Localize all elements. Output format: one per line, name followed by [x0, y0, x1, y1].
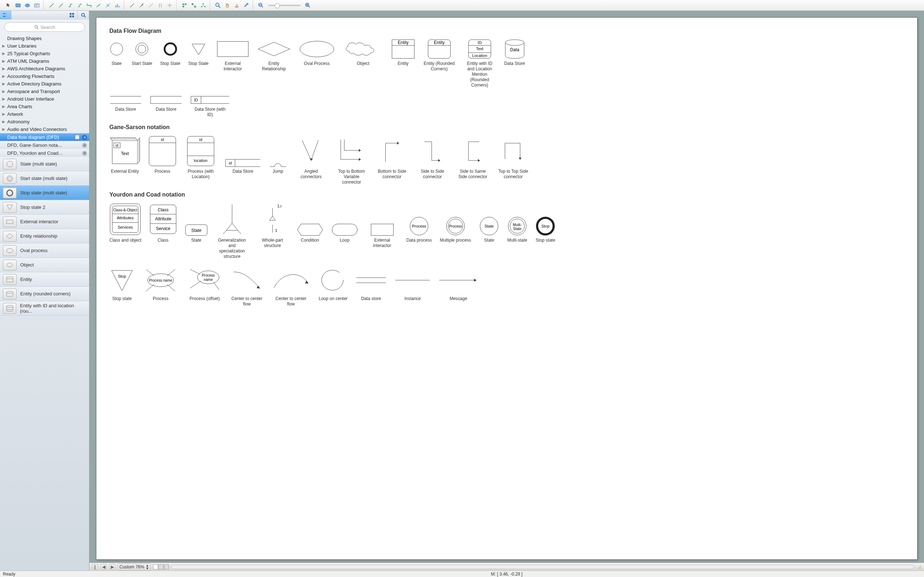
arrow-5[interactable]	[165, 2, 174, 10]
category-item[interactable]: ▶ATM UML Diagrams	[0, 57, 89, 65]
category-item[interactable]: ▶AWS Architecture Diagrams	[0, 65, 89, 73]
zoom-in-icon[interactable]	[304, 2, 312, 10]
stencil-entity-rounded[interactable]: EntityEntity (Rounded Corners)	[423, 39, 456, 72]
line-tool[interactable]	[47, 2, 56, 10]
arrow-3[interactable]	[147, 2, 155, 10]
connector-2[interactable]	[66, 2, 75, 10]
palette-item[interactable]: Start state (multi state)	[0, 171, 89, 186]
stencil-ds-id[interactable]: IDData Store (with ID)	[190, 95, 230, 118]
hand-tool[interactable]	[223, 2, 232, 10]
zoom-tool[interactable]	[214, 2, 222, 10]
stencil-yc-state[interactable]: StateState	[185, 202, 208, 243]
pointer-tool[interactable]	[4, 2, 13, 10]
page-prev[interactable]: ◀	[100, 564, 107, 570]
stamp-tool[interactable]	[233, 2, 241, 10]
stencil-yc-procoff[interactable]: ProcessnameProcess (offset)	[187, 266, 223, 301]
stencil-ds-open[interactable]: Data Store	[109, 95, 142, 112]
stencil-yc-proc[interactable]: Process nameProcess	[142, 266, 179, 301]
stencil-gs-sss[interactable]: Side to Same Side connector	[457, 135, 489, 180]
eyedropper-tool[interactable]	[242, 2, 250, 10]
stencil-yc-message[interactable]: Message	[439, 266, 478, 301]
category-item[interactable]: ▶User Libraries	[0, 42, 89, 50]
palette-item[interactable]: External interactor	[0, 214, 89, 229]
connector-3[interactable]	[76, 2, 84, 10]
drawing-page[interactable]: Data Flow Diagram State Start State Stop…	[96, 17, 918, 560]
arrow-1[interactable]	[128, 2, 136, 10]
text-tool[interactable]	[32, 2, 41, 10]
zoom-dropdown[interactable]: Custom 76%▲▼	[118, 563, 151, 571]
stencil-yc-state2[interactable]: StateState	[479, 202, 499, 243]
stencil-entity[interactable]: EntityEntity	[391, 39, 415, 66]
stencil-yc-mp[interactable]: ProcessMultiple process	[439, 202, 471, 243]
stencil-gs-jump[interactable]: Jump	[269, 135, 287, 174]
stencil-yc-instance[interactable]: Instance	[394, 266, 431, 301]
arrow-4[interactable]	[156, 2, 165, 10]
search-toggle-icon[interactable]	[78, 11, 89, 19]
stencil-yc-ds2[interactable]: Data store	[355, 266, 386, 301]
library-tab-selected[interactable]: Data flow diagram (DFD) ✕	[0, 133, 89, 141]
stencil-data-store-cyl[interactable]: DataData Store	[504, 39, 525, 66]
palette-item[interactable]: Entity (rounded corners)	[0, 287, 89, 301]
stencil-yc-wp[interactable]: 1,m1Whole-part structure	[256, 202, 289, 248]
stencil-yc-co[interactable]: Class-&-ObjectAttributesServicesClass an…	[109, 202, 142, 243]
palette-item[interactable]: Stop state 2	[0, 200, 89, 214]
view-mode-toggles[interactable]	[153, 564, 169, 569]
stencil-gs-angled[interactable]: Angled connectors	[295, 135, 327, 180]
page-prev-end[interactable]: ‖	[92, 564, 98, 570]
palette-item[interactable]: State (multi state)	[0, 157, 89, 171]
stencil-oval-process[interactable]: Oval Process	[299, 39, 335, 66]
stencil-gs-tb[interactable]: Top to Bottom Variable connector	[335, 135, 368, 185]
stencil-gs-ss[interactable]: Side to Side connector	[416, 135, 449, 180]
category-item[interactable]: ▶Astronomy	[0, 118, 89, 126]
stencil-gs-bs[interactable]: Bottom to Side connector	[376, 135, 408, 180]
category-item[interactable]: ▶Audio and Video Connectors	[0, 126, 89, 133]
stencil-state[interactable]: State	[109, 39, 124, 66]
stencil-entity-relationship[interactable]: Entity Relationship	[257, 39, 291, 72]
zoom-slider[interactable]	[268, 5, 300, 6]
connector-4[interactable]	[85, 2, 94, 10]
page-next[interactable]: ▶	[109, 564, 115, 570]
stencil-ds-closed[interactable]: Data Store	[150, 95, 182, 112]
palette-item[interactable]: Entity with ID and location (rou...	[0, 301, 89, 316]
stencil-yc-stoptri[interactable]: StopStop state	[109, 266, 135, 301]
layout-1[interactable]	[180, 2, 189, 10]
category-item[interactable]: ▶Accounting Flowcharts	[0, 73, 89, 80]
stencil-gs-process[interactable]: idProcess	[149, 135, 176, 174]
stencil-yc-ms[interactable]: Multi-StateMulti-state	[507, 202, 527, 243]
category-item[interactable]: ▶Area Charts	[0, 103, 89, 110]
stencil-gs-ext[interactable]: idTextExternal Entity	[109, 135, 141, 174]
connector-6[interactable]	[103, 2, 112, 10]
category-item[interactable]: ▶25 Typical Orgcharts	[0, 50, 89, 57]
category-item[interactable]: ▶Aerospace and Transport	[0, 88, 89, 95]
stencil-object[interactable]: Object	[343, 39, 383, 66]
resize-grip-icon[interactable]	[916, 564, 922, 570]
stencil-yc-cc1[interactable]: Center to center flow	[231, 266, 263, 307]
layout-2[interactable]	[189, 2, 198, 10]
stencil-gs-process-loc[interactable]: idlocationProcess (with Location)	[184, 135, 217, 180]
palette-item[interactable]: Entity relationship	[0, 229, 89, 243]
stencil-yc-loop[interactable]: Loop	[331, 202, 358, 243]
grid-view-icon[interactable]	[66, 11, 78, 19]
chart-tool[interactable]	[113, 2, 122, 10]
category-item[interactable]: ▶Active Directory Diagrams	[0, 80, 89, 88]
ellipse-tool[interactable]	[23, 2, 32, 10]
stencil-yc-class[interactable]: ClassAttributeServiceClass	[149, 202, 177, 243]
palette-item[interactable]: Oval process	[0, 243, 89, 258]
library-tab[interactable]: DFD, Gane-Sarson nota... ✕	[0, 141, 89, 149]
h-scrollbar[interactable]	[171, 565, 914, 569]
stencil-yc-dp[interactable]: ProcessData process	[406, 202, 432, 243]
library-tab[interactable]: DFD, Yourdon and Coad... ✕	[0, 149, 89, 157]
category-item[interactable]: ▶Artwork	[0, 110, 89, 118]
search-input[interactable]: Search	[4, 23, 85, 32]
arrow-2[interactable]	[137, 2, 146, 10]
palette-item[interactable]: Entity	[0, 272, 89, 287]
rect-tool[interactable]	[14, 2, 23, 10]
category-item[interactable]: ▶Android User Interface	[0, 95, 89, 103]
stencil-yc-loopc[interactable]: Loop on center	[319, 266, 347, 301]
stencil-yc-stop[interactable]: StopStop state	[535, 202, 556, 243]
layout-3[interactable]	[199, 2, 208, 10]
stencil-gs-datastore[interactable]: idData Store	[225, 135, 261, 174]
zoom-out-icon[interactable]	[257, 2, 265, 10]
stencil-yc-cc2[interactable]: Center to center flow	[271, 266, 311, 307]
stencil-entity-id-loc[interactable]: IDTextLocationEntity with ID and Locatio…	[464, 39, 496, 88]
